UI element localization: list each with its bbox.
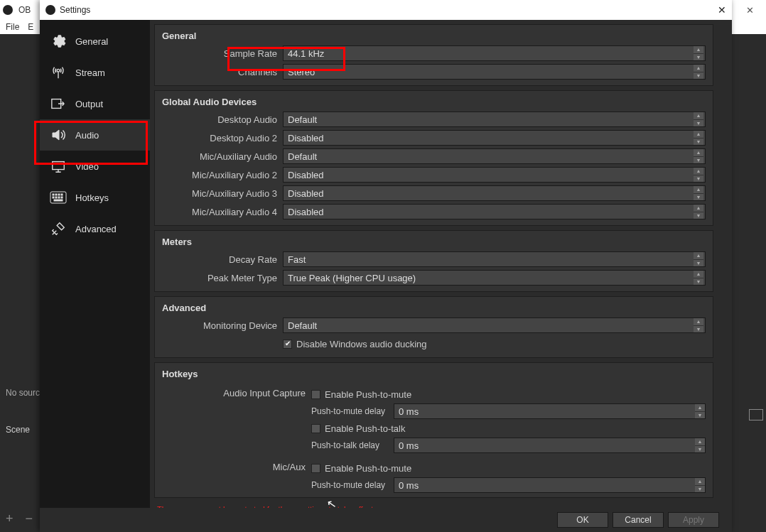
sidebar-item-label: Hotkeys bbox=[75, 192, 109, 203]
checkbox-icon bbox=[311, 390, 320, 399]
chevron-down-icon[interactable]: ▼ bbox=[694, 278, 703, 286]
chevron-up-icon[interactable]: ▲ bbox=[695, 478, 705, 485]
chevron-up-icon[interactable]: ▲ bbox=[694, 271, 703, 278]
chevron-down-icon[interactable]: ▼ bbox=[694, 138, 703, 146]
sidebar-item-label: Video bbox=[75, 161, 99, 172]
chevron-up-icon[interactable]: ▲ bbox=[694, 318, 703, 325]
sample-rate-label: Sample Rate bbox=[155, 48, 283, 59]
mic-aux-audio-dropdown[interactable]: Default▲▼ bbox=[283, 148, 706, 164]
section-general: General Sample Rate 44.1 kHz ▲▼ Channels bbox=[154, 24, 713, 86]
device-label: Mic/Auxiliary Audio 2 bbox=[155, 170, 283, 180]
chevron-down-icon[interactable]: ▼ bbox=[694, 53, 703, 61]
monitoring-device-label: Monitoring Device bbox=[155, 320, 283, 331]
mic-aux-audio-3-dropdown[interactable]: Disabled▲▼ bbox=[283, 185, 706, 201]
cancel-button[interactable]: Cancel bbox=[613, 512, 664, 528]
chevron-down-icon[interactable]: ▼ bbox=[694, 259, 703, 267]
chevron-up-icon[interactable]: ▲ bbox=[694, 168, 703, 175]
chevron-down-icon[interactable]: ▼ bbox=[694, 156, 703, 164]
chevron-up-icon[interactable]: ▲ bbox=[695, 438, 705, 445]
dropdown-value: Default bbox=[288, 320, 317, 331]
desktop-audio-2-dropdown[interactable]: Disabled▲▼ bbox=[283, 130, 706, 146]
chevron-down-icon[interactable]: ▼ bbox=[694, 193, 703, 201]
peak-meter-dropdown[interactable]: True Peak (Higher CPU usage)▲▼ bbox=[283, 270, 706, 286]
sidebar-item-general[interactable]: General bbox=[40, 26, 150, 57]
sample-rate-dropdown[interactable]: 44.1 kHz ▲▼ bbox=[283, 45, 706, 61]
layout-toggle-icon[interactable] bbox=[749, 409, 763, 420]
apply-button[interactable]: Apply bbox=[668, 512, 719, 528]
chevron-down-icon[interactable]: ▼ bbox=[694, 119, 703, 127]
sidebar-item-advanced[interactable]: Advanced bbox=[40, 213, 150, 244]
chevron-up-icon[interactable]: ▲ bbox=[694, 205, 703, 212]
svg-rect-8 bbox=[55, 197, 57, 198]
mic-aux-audio-2-dropdown[interactable]: Disabled▲▼ bbox=[283, 167, 706, 183]
sidebar-item-audio[interactable]: Audio bbox=[40, 119, 150, 151]
channels-label: Channels bbox=[155, 67, 283, 77]
app-icon bbox=[45, 5, 55, 15]
no-source-label: No sourc bbox=[6, 388, 40, 398]
mic-aux-label: Mic/Aux bbox=[155, 460, 311, 494]
checkbox-label: Enable Push-to-mute bbox=[325, 389, 411, 400]
chevron-up-icon[interactable]: ▲ bbox=[695, 404, 705, 411]
chevron-up-icon[interactable]: ▲ bbox=[694, 46, 703, 53]
svg-rect-7 bbox=[53, 197, 54, 198]
dropdown-value: True Peak (Higher CPU usage) bbox=[288, 273, 416, 283]
scene-add-remove[interactable]: + − bbox=[6, 511, 37, 526]
push-to-talk-delay-spinbox[interactable]: 0 ms▲▼ bbox=[394, 438, 706, 453]
svg-rect-11 bbox=[54, 200, 63, 201]
section-title: Global Audio Devices bbox=[155, 91, 713, 110]
svg-rect-4 bbox=[55, 194, 57, 195]
mic-aux-audio-4-dropdown[interactable]: Disabled▲▼ bbox=[283, 204, 706, 219]
device-label: Desktop Audio 2 bbox=[155, 133, 283, 143]
desktop-audio-dropdown[interactable]: Default▲▼ bbox=[283, 112, 706, 127]
checkbox-label: Disable Windows audio ducking bbox=[296, 339, 427, 349]
push-to-mute-delay-spinbox[interactable]: 0 ms▲▼ bbox=[394, 403, 706, 419]
chevron-up-icon[interactable]: ▲ bbox=[694, 186, 703, 193]
dropdown-value: Fast bbox=[288, 254, 306, 265]
decay-rate-dropdown[interactable]: Fast▲▼ bbox=[283, 251, 706, 267]
chevron-down-icon[interactable]: ▼ bbox=[694, 212, 703, 219]
channels-dropdown[interactable]: Stereo ▲▼ bbox=[283, 64, 706, 80]
antenna-icon bbox=[50, 64, 67, 81]
ok-button[interactable]: OK bbox=[557, 512, 608, 528]
monitoring-device-dropdown[interactable]: Default▲▼ bbox=[283, 317, 706, 333]
settings-content[interactable]: General Sample Rate 44.1 kHz ▲▼ Channels bbox=[150, 20, 732, 508]
chevron-down-icon[interactable]: ▼ bbox=[695, 411, 705, 419]
section-meters: Meters Decay RateFast▲▼ Peak Meter TypeT… bbox=[154, 230, 713, 292]
menu-edit-fragment[interactable]: E bbox=[28, 22, 33, 32]
chevron-up-icon[interactable]: ▲ bbox=[694, 112, 703, 119]
enable-push-to-talk-checkbox[interactable]: Enable Push-to-talk bbox=[311, 422, 405, 435]
dialog-titlebar: Settings ✕ bbox=[40, 0, 732, 20]
main-window-close-icon[interactable]: ✕ bbox=[734, 0, 766, 20]
enable-push-to-mute-checkbox[interactable]: Enable Push-to-mute bbox=[311, 388, 411, 401]
chevron-down-icon[interactable]: ▼ bbox=[694, 325, 703, 333]
section-hotkeys: Hotkeys Audio Input Capture Enable Push-… bbox=[154, 362, 713, 498]
gear-icon bbox=[50, 33, 67, 50]
chevron-down-icon[interactable]: ▼ bbox=[694, 72, 703, 80]
restart-warning: The program must be restarted for these … bbox=[154, 502, 713, 508]
chevron-down-icon[interactable]: ▼ bbox=[694, 175, 703, 183]
dialog-close-button[interactable]: ✕ bbox=[718, 4, 726, 16]
sidebar-item-video[interactable]: Video bbox=[40, 151, 150, 182]
push-to-mute-delay-spinbox-2[interactable]: 0 ms▲▼ bbox=[394, 477, 706, 493]
chevron-up-icon[interactable]: ▲ bbox=[694, 252, 703, 259]
push-to-mute-delay-label: Push-to-mute delay bbox=[311, 406, 389, 416]
section-title: General bbox=[155, 25, 713, 44]
chevron-up-icon[interactable]: ▲ bbox=[694, 131, 703, 138]
dialog-footer: OK Cancel Apply bbox=[40, 508, 732, 532]
monitor-icon bbox=[50, 158, 67, 175]
sidebar-item-hotkeys[interactable]: Hotkeys bbox=[40, 182, 150, 213]
main-window-title: OB bbox=[18, 5, 31, 15]
sidebar-item-output[interactable]: Output bbox=[40, 88, 150, 119]
chevron-down-icon[interactable]: ▼ bbox=[695, 445, 705, 453]
chevron-up-icon[interactable]: ▲ bbox=[694, 149, 703, 156]
keyboard-icon bbox=[50, 189, 67, 206]
section-global-audio-devices: Global Audio Devices Desktop AudioDefaul… bbox=[154, 90, 713, 226]
enable-push-to-mute-checkbox-2[interactable]: Enable Push-to-mute bbox=[311, 462, 411, 475]
chevron-up-icon[interactable]: ▲ bbox=[694, 65, 703, 72]
chevron-down-icon[interactable]: ▼ bbox=[695, 485, 705, 493]
disable-ducking-checkbox[interactable]: Disable Windows audio ducking bbox=[283, 337, 706, 351]
svg-rect-5 bbox=[58, 194, 60, 195]
sidebar-item-stream[interactable]: Stream bbox=[40, 57, 150, 88]
spin-value: 0 ms bbox=[394, 406, 695, 417]
menu-file[interactable]: File bbox=[6, 22, 19, 32]
